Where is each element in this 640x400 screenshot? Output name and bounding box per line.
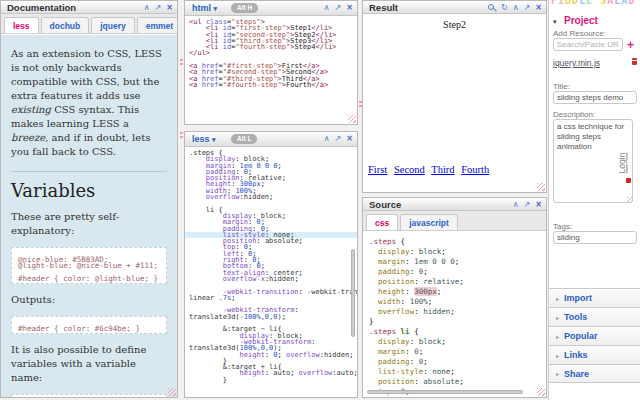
doc-paragraph: It is also possible to define variables …	[11, 343, 167, 385]
login-tab[interactable]: Login	[623, 146, 635, 180]
sidebar-item-links[interactable]: ▸ Links	[549, 345, 640, 364]
source-code-view[interactable]: .steps { display: block; margin: 1em 0 0…	[363, 231, 546, 398]
add-resource-label: Add Resource:	[553, 29, 606, 38]
chevron-down-icon: ▾	[553, 18, 557, 26]
vertical-scrollbar-thumb[interactable]	[351, 249, 355, 337]
source-title: Source	[369, 199, 401, 210]
resize-grip[interactable]	[348, 115, 356, 123]
link-second[interactable]: Second	[394, 164, 425, 175]
sidebar-item-share[interactable]: ▸ Share	[549, 364, 640, 383]
source-panel-header[interactable]: Source ∧ ↗ ×	[363, 198, 546, 211]
link-third[interactable]: Third	[431, 164, 454, 175]
resize-grip[interactable]	[537, 183, 545, 191]
link-fourth[interactable]: Fourth	[461, 164, 489, 175]
description-label: Description:	[553, 110, 595, 119]
tab-css[interactable]: css	[366, 214, 398, 230]
less-editor-header[interactable]: less ▾ Alt L ∧ ↗ ×	[185, 132, 357, 147]
resize-handle-tick[interactable]	[359, 99, 362, 107]
chevron-down-icon: ▾	[214, 5, 218, 12]
delete-resource-icon[interactable]	[632, 58, 637, 65]
doc-heading-variables: Variables	[11, 184, 167, 198]
sidebar-item-import[interactable]: ▸ Import	[549, 288, 640, 307]
horizontal-scrollbar-thumb[interactable]	[367, 390, 523, 394]
result-step-text: Step2	[363, 19, 546, 30]
documentation-tabbar: less dochub jquery emmet	[1, 14, 177, 34]
documentation-title: Documentation	[7, 2, 76, 13]
sidebar-item-tools[interactable]: ▸ Tools	[549, 307, 640, 326]
source-tabbar: css javascript	[363, 211, 546, 231]
doc-outputs-label: Outputs:	[11, 293, 167, 307]
chevron-right-icon: ▸	[556, 295, 559, 302]
sidebar-item-popular[interactable]: ▸ Popular	[549, 326, 640, 345]
zoom-icon[interactable]	[488, 3, 496, 12]
result-panel: Result ↻ ∧ ↗ × Step2 First Second Third …	[362, 0, 547, 193]
close-icon[interactable]: ×	[166, 2, 173, 13]
doc-paragraph: These are pretty self-explanatory:	[11, 210, 167, 238]
collapse-icon[interactable]: ∧	[324, 2, 330, 13]
popout-icon[interactable]: ↗	[524, 2, 531, 13]
popout-icon[interactable]: ↗	[335, 2, 342, 13]
chevron-down-icon: ▾	[212, 136, 216, 143]
result-title: Result	[369, 2, 398, 13]
sidebar-accordion: ▸ Import ▸ Tools ▸ Popular ▸ Links ▸ Sha…	[549, 288, 640, 383]
title-input[interactable]	[553, 91, 637, 104]
link-first[interactable]: First	[368, 164, 387, 175]
tab-emmet[interactable]: emmet	[137, 17, 178, 33]
html-editor-title-dropdown[interactable]: html ▾	[192, 3, 217, 13]
tags-label: Tags:	[553, 222, 572, 231]
title-label: Title:	[553, 82, 570, 91]
login-status-icon	[626, 178, 631, 183]
resize-handle-tick[interactable]	[180, 130, 183, 138]
documentation-panel: Documentation ∧ ↗ × less dochub jquery e…	[0, 0, 178, 398]
close-icon[interactable]: ×	[346, 133, 353, 144]
result-step-links: First Second Third Fourth	[368, 164, 493, 175]
collapse-icon[interactable]: ∧	[513, 2, 519, 13]
project-section-toggle[interactable]: ▾ Project	[553, 10, 598, 28]
html-editor-panel: html ▾ Alt H ∧ ↗ × <ul class="steps"> <l…	[184, 0, 358, 125]
close-icon[interactable]: ×	[346, 2, 353, 13]
tab-javascript[interactable]: javascript	[400, 214, 458, 230]
less-editor-panel: less ▾ Alt L ∧ ↗ × .steps { display: blo…	[184, 131, 358, 398]
divider	[11, 171, 167, 172]
doc-intro-paragraph: As an extension to CSS, LESS is not only…	[11, 47, 167, 159]
tab-dochub[interactable]: dochub	[41, 17, 90, 33]
doc-code-block: @fnord: "I am fnord.";	[11, 394, 167, 397]
resource-item-jquery[interactable]: jquery.min.js	[553, 58, 600, 68]
login-link[interactable]: Login	[617, 153, 627, 174]
refresh-icon[interactable]: ↻	[501, 2, 508, 13]
popout-icon[interactable]: ↗	[155, 2, 162, 13]
close-icon[interactable]: ×	[535, 2, 542, 13]
source-panel: Source ∧ ↗ × css javascript .steps { dis…	[362, 197, 547, 398]
doc-code-block: @nice-blue: #5B83AD;@light-blue: @nice-b…	[11, 247, 167, 284]
project-section-label: Project	[564, 15, 598, 26]
tab-less[interactable]: less	[4, 17, 39, 33]
html-code-editor[interactable]: <ul class="steps"> <li id="first-step">S…	[185, 16, 357, 88]
textarea-resize-grip[interactable]	[627, 197, 633, 203]
tags-input[interactable]	[553, 231, 637, 244]
collapse-icon[interactable]: ∧	[144, 2, 150, 13]
resize-grip[interactable]	[168, 388, 176, 396]
less-code-editor[interactable]: .steps { display: block; margin: 1em 0 0…	[185, 147, 357, 383]
add-resource-button[interactable]: +	[627, 38, 634, 52]
result-panel-header[interactable]: Result ↻ ∧ ↗ ×	[363, 1, 546, 14]
documentation-panel-header[interactable]: Documentation ∧ ↗ ×	[1, 1, 177, 14]
collapse-icon[interactable]: ∧	[324, 133, 330, 144]
tab-jquery[interactable]: jquery	[91, 17, 135, 33]
collapse-icon[interactable]: ∧	[513, 199, 519, 210]
fiddle-salad-logo: FIDDLE SALAD	[549, 0, 640, 7]
close-icon[interactable]: ×	[535, 199, 542, 210]
resize-handle-tick[interactable]	[180, 57, 183, 65]
popout-icon[interactable]: ↗	[335, 133, 342, 144]
less-editor-title-dropdown[interactable]: less ▾	[192, 134, 216, 144]
resource-search-input[interactable]	[553, 38, 623, 51]
popout-icon[interactable]: ↗	[524, 199, 531, 210]
chevron-right-icon: ▸	[556, 333, 559, 340]
chevron-right-icon: ▸	[556, 314, 559, 321]
html-editor-header[interactable]: html ▾ Alt H ∧ ↗ ×	[185, 1, 357, 16]
doc-code-block: #header { color: #6c94be; }	[11, 316, 167, 334]
shortcut-badge: Alt H	[231, 3, 258, 13]
chevron-right-icon: ▸	[556, 352, 559, 359]
shortcut-badge: Alt L	[231, 134, 257, 144]
resize-grip[interactable]	[537, 388, 545, 396]
chevron-right-icon: ▸	[556, 370, 559, 377]
